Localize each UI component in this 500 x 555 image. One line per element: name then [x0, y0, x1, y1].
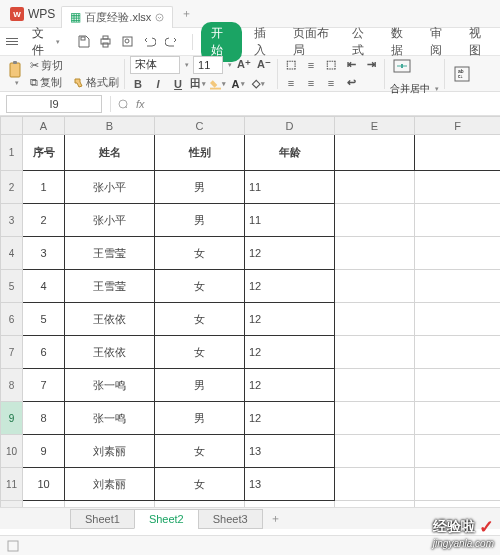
align-top-icon[interactable]: ⬚: [283, 57, 299, 73]
cell[interactable]: 王雪莹: [65, 237, 155, 270]
save-icon[interactable]: [76, 34, 92, 50]
add-sheet-button[interactable]: ＋: [262, 508, 289, 529]
cell[interactable]: 女: [155, 336, 245, 369]
cell[interactable]: 女: [155, 303, 245, 336]
underline-button[interactable]: U: [170, 76, 186, 92]
wrap-text-icon[interactable]: ↩: [343, 75, 359, 91]
print-icon[interactable]: [98, 34, 114, 50]
indent-left-icon[interactable]: ⇤: [343, 57, 359, 73]
tab-view[interactable]: 视图: [463, 22, 496, 62]
cut-button[interactable]: ✂ 剪切: [30, 58, 63, 73]
cell[interactable]: 男: [155, 171, 245, 204]
cell[interactable]: [335, 336, 415, 369]
cell[interactable]: 12: [245, 270, 335, 303]
add-tab-button[interactable]: ＋: [179, 7, 193, 21]
cell[interactable]: 王依依: [65, 303, 155, 336]
align-left-icon[interactable]: ≡: [283, 75, 299, 91]
cell[interactable]: [335, 171, 415, 204]
row-header[interactable]: 6: [1, 303, 23, 336]
header-cell[interactable]: 姓名: [65, 135, 155, 171]
cell[interactable]: 1: [23, 171, 65, 204]
cell[interactable]: [415, 303, 501, 336]
row-header[interactable]: 2: [1, 171, 23, 204]
file-menu[interactable]: 文件▾: [26, 23, 66, 61]
cell[interactable]: [415, 135, 501, 171]
cell[interactable]: 3: [23, 237, 65, 270]
cell[interactable]: 刘素丽: [65, 435, 155, 468]
header-cell[interactable]: 年龄: [245, 135, 335, 171]
cell[interactable]: 9: [23, 435, 65, 468]
font-selector[interactable]: 宋体: [130, 56, 180, 74]
cell[interactable]: 王雪莹: [65, 270, 155, 303]
cell[interactable]: 12: [245, 237, 335, 270]
copy-button[interactable]: ⧉ 复制: [30, 75, 62, 90]
cell[interactable]: 张一鸣: [65, 402, 155, 435]
col-header[interactable]: D: [245, 117, 335, 135]
border-button[interactable]: 田▾: [190, 76, 206, 92]
cell[interactable]: [335, 435, 415, 468]
header-cell[interactable]: 序号: [23, 135, 65, 171]
cancel-icon[interactable]: [113, 94, 133, 114]
col-header[interactable]: A: [23, 117, 65, 135]
sheet-tab-active[interactable]: Sheet2: [134, 509, 199, 529]
header-cell[interactable]: 性别: [155, 135, 245, 171]
merge-button[interactable]: [390, 52, 414, 80]
cell[interactable]: [415, 369, 501, 402]
cell[interactable]: 男: [155, 369, 245, 402]
fill-color-button[interactable]: ▾: [210, 76, 226, 92]
col-header[interactable]: E: [335, 117, 415, 135]
col-header[interactable]: F: [415, 117, 501, 135]
increase-font-icon[interactable]: A⁺: [236, 57, 252, 73]
cell[interactable]: 女: [155, 270, 245, 303]
cell[interactable]: [335, 204, 415, 237]
cell[interactable]: 4: [23, 270, 65, 303]
align-center-icon[interactable]: ≡: [303, 75, 319, 91]
cell[interactable]: 11: [245, 204, 335, 237]
name-box[interactable]: I9: [6, 95, 102, 113]
cell[interactable]: 张小平: [65, 204, 155, 237]
tab-formula[interactable]: 公式: [346, 22, 379, 62]
cell[interactable]: 2: [23, 204, 65, 237]
file-tab[interactable]: ▦ 百度经验.xlsx: [61, 6, 173, 28]
italic-button[interactable]: I: [150, 76, 166, 92]
cell[interactable]: [335, 270, 415, 303]
cell[interactable]: 男: [155, 204, 245, 237]
row-header[interactable]: 4: [1, 237, 23, 270]
cell[interactable]: [415, 336, 501, 369]
col-header[interactable]: B: [65, 117, 155, 135]
col-header[interactable]: C: [155, 117, 245, 135]
cell[interactable]: [415, 171, 501, 204]
indent-right-icon[interactable]: ⇥: [363, 57, 379, 73]
sheet-tab[interactable]: Sheet1: [70, 509, 135, 529]
cell[interactable]: 10: [23, 468, 65, 501]
cell[interactable]: 11: [245, 171, 335, 204]
cell[interactable]: 王依依: [65, 336, 155, 369]
cell[interactable]: 13: [245, 468, 335, 501]
cell-style-button[interactable]: ◇▾: [250, 76, 266, 92]
cell[interactable]: 张小平: [65, 171, 155, 204]
decrease-font-icon[interactable]: A⁻: [256, 57, 272, 73]
row-header[interactable]: 10: [1, 435, 23, 468]
align-right-icon[interactable]: ≡: [323, 75, 339, 91]
bold-button[interactable]: B: [130, 76, 146, 92]
cell[interactable]: [335, 135, 415, 171]
hamburger-icon[interactable]: [4, 36, 20, 47]
cell[interactable]: 13: [245, 435, 335, 468]
cell[interactable]: [415, 402, 501, 435]
paste-button[interactable]: ▾: [4, 60, 28, 88]
cell[interactable]: 5: [23, 303, 65, 336]
cell[interactable]: 女: [155, 435, 245, 468]
font-color-button[interactable]: A▾: [230, 76, 246, 92]
cell[interactable]: [415, 237, 501, 270]
spreadsheet-grid[interactable]: A B C D E F 1 序号 姓名 性别 年龄 21张小平男1132张小平男…: [0, 116, 500, 523]
row-header[interactable]: 5: [1, 270, 23, 303]
row-header[interactable]: 3: [1, 204, 23, 237]
cell[interactable]: 6: [23, 336, 65, 369]
row-header[interactable]: 7: [1, 336, 23, 369]
row-header[interactable]: 1: [1, 135, 23, 171]
wrap-button[interactable]: abc↓: [450, 60, 474, 88]
cell[interactable]: 张一鸣: [65, 369, 155, 402]
align-middle-icon[interactable]: ≡: [303, 57, 319, 73]
cell[interactable]: [415, 270, 501, 303]
row-header[interactable]: 8: [1, 369, 23, 402]
